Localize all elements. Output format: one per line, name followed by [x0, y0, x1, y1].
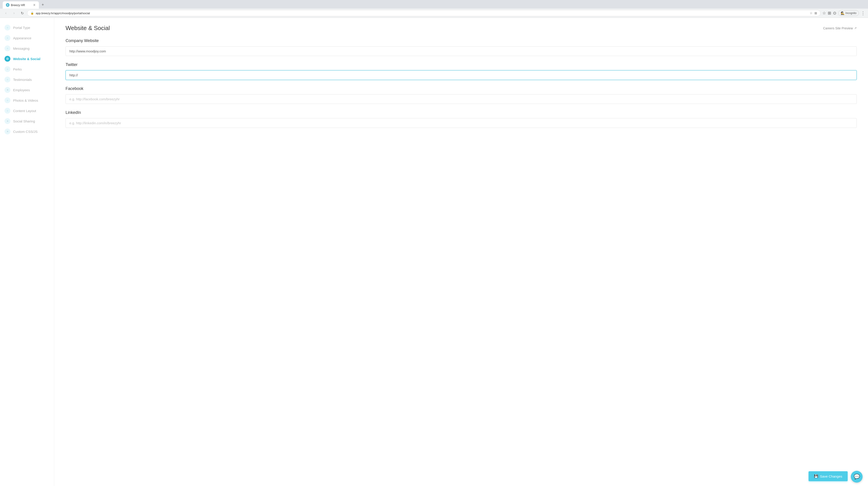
sidebar-item-messaging[interactable]: ○ Messaging — [0, 43, 54, 54]
social-sharing-icon: ✕ — [4, 118, 10, 124]
content-layout-icon: ○ — [4, 108, 10, 113]
extensions-toolbar-icon[interactable]: ⊞ — [828, 11, 831, 15]
page-title: Website & Social — [66, 25, 110, 32]
url-input[interactable] — [36, 11, 808, 15]
linkedin-section: LinkedIn — [66, 110, 857, 128]
company-website-title: Company Website — [66, 38, 857, 43]
twitter-input[interactable] — [66, 70, 857, 80]
linkedin-title: LinkedIn — [66, 110, 857, 115]
custom-css-icon: ✕ — [4, 129, 10, 134]
sidebar-item-employees[interactable]: ✕ Employees — [0, 85, 54, 95]
sidebar-label-social-sharing: Social Sharing — [13, 119, 35, 123]
tab-title: Breezy HR — [11, 3, 25, 7]
sidebar-item-content-layout[interactable]: ○ Content Layout — [0, 105, 54, 116]
new-tab-button[interactable]: + — [39, 1, 46, 8]
reload-button[interactable]: ↻ — [19, 10, 25, 16]
company-website-input[interactable] — [66, 46, 857, 56]
star-icon[interactable]: ☆ — [822, 11, 826, 15]
sidebar-item-appearance[interactable]: ○ Appearance — [0, 33, 54, 43]
incognito-badge: 🕵 Incognito — [838, 10, 859, 16]
external-link-icon: ↗ — [854, 26, 857, 30]
menu-button[interactable]: ⋮ — [861, 10, 865, 16]
sidebar: ○ Portal Type ○ Appearance ○ Messaging W… — [0, 18, 54, 486]
bookmark-icon[interactable]: ☆ — [810, 11, 813, 15]
careers-preview-link[interactable]: Careers Site Preview ↗ — [823, 26, 857, 30]
careers-preview-label: Careers Site Preview — [823, 26, 853, 30]
sidebar-item-perks[interactable]: ○ Perks — [0, 64, 54, 74]
sidebar-label-portal-type: Portal Type — [13, 26, 30, 30]
sidebar-label-messaging: Messaging — [13, 46, 30, 51]
chat-icon: 💬 — [854, 474, 860, 480]
twitter-section: Twitter — [66, 62, 857, 80]
sidebar-item-portal-type[interactable]: ○ Portal Type — [0, 22, 54, 33]
twitter-title: Twitter — [66, 62, 857, 67]
save-icon: 💾 — [814, 474, 818, 478]
website-social-icon — [4, 56, 10, 62]
sidebar-label-testimonials: Testimonials — [13, 78, 32, 82]
perks-icon: ○ — [4, 66, 10, 72]
save-changes-button[interactable]: 💾 Save Changes — [809, 471, 848, 481]
forward-button[interactable]: › — [11, 10, 17, 16]
sidebar-label-custom-css: Custom CSS/JS — [13, 130, 37, 133]
sidebar-label-employees: Employees — [13, 88, 30, 92]
page-header: Website & Social Careers Site Preview ↗ — [66, 25, 857, 32]
facebook-title: Facebook — [66, 86, 857, 91]
tab-close-button[interactable]: ✕ — [33, 3, 36, 7]
photos-videos-icon: ○ — [4, 97, 10, 103]
browser-toolbar: ‹ › ↻ 🔒 ☆ ⊞ ☆ ⊞ ⊙ 🕵 Incognito ⋮ — [0, 8, 868, 18]
portal-type-icon: ○ — [4, 25, 10, 31]
active-tab[interactable]: B Breezy HR ✕ — [3, 1, 39, 8]
sidebar-item-testimonials[interactable]: ○ Testimonials — [0, 74, 54, 85]
browser-tabs: B Breezy HR ✕ + — [0, 0, 868, 8]
sidebar-label-perks: Perks — [13, 67, 22, 71]
toolbar-right: ☆ ⊞ ⊙ 🕵 Incognito ⋮ — [822, 10, 865, 16]
sidebar-item-website-social[interactable]: Website & Social — [0, 54, 54, 64]
messaging-icon: ○ — [4, 45, 10, 51]
incognito-icon: 🕵 — [841, 11, 844, 15]
main-content: Website & Social Careers Site Preview ↗ … — [54, 18, 868, 486]
lock-icon: 🔒 — [31, 11, 34, 15]
incognito-label: Incognito — [845, 11, 857, 15]
address-bar-icons: ☆ ⊞ — [810, 11, 817, 15]
sidebar-label-photos-videos: Photos & Videos — [13, 98, 38, 102]
sidebar-item-custom-css[interactable]: ✕ Custom CSS/JS — [0, 126, 54, 137]
tab-favicon: B — [6, 3, 9, 7]
sidebar-label-content-layout: Content Layout — [13, 109, 36, 113]
extensions-icon[interactable]: ⊞ — [814, 11, 817, 15]
save-btn-container: 💾 Save Changes — [809, 471, 848, 481]
svg-point-1 — [7, 59, 8, 59]
facebook-input[interactable] — [66, 94, 857, 104]
app-layout: ○ Portal Type ○ Appearance ○ Messaging W… — [0, 18, 868, 486]
linkedin-input[interactable] — [66, 118, 857, 128]
save-label: Save Changes — [820, 475, 842, 478]
address-bar[interactable]: 🔒 ☆ ⊞ — [27, 10, 820, 16]
profile-icon[interactable]: ⊙ — [833, 11, 836, 15]
sidebar-label-website-social: Website & Social — [13, 57, 40, 61]
sidebar-label-appearance: Appearance — [13, 36, 31, 40]
testimonials-icon: ○ — [4, 76, 10, 83]
appearance-icon: ○ — [4, 35, 10, 41]
browser-chrome: B Breezy HR ✕ + ‹ › ↻ 🔒 ☆ ⊞ ☆ ⊞ ⊙ 🕵 Inco… — [0, 0, 868, 18]
employees-icon: ✕ — [4, 87, 10, 93]
back-button[interactable]: ‹ — [3, 10, 9, 16]
chat-widget[interactable]: 💬 — [851, 471, 863, 483]
sidebar-item-photos-videos[interactable]: ○ Photos & Videos — [0, 95, 54, 105]
facebook-section: Facebook — [66, 86, 857, 104]
sidebar-item-social-sharing[interactable]: ✕ Social Sharing — [0, 116, 54, 126]
company-website-section: Company Website — [66, 38, 857, 56]
